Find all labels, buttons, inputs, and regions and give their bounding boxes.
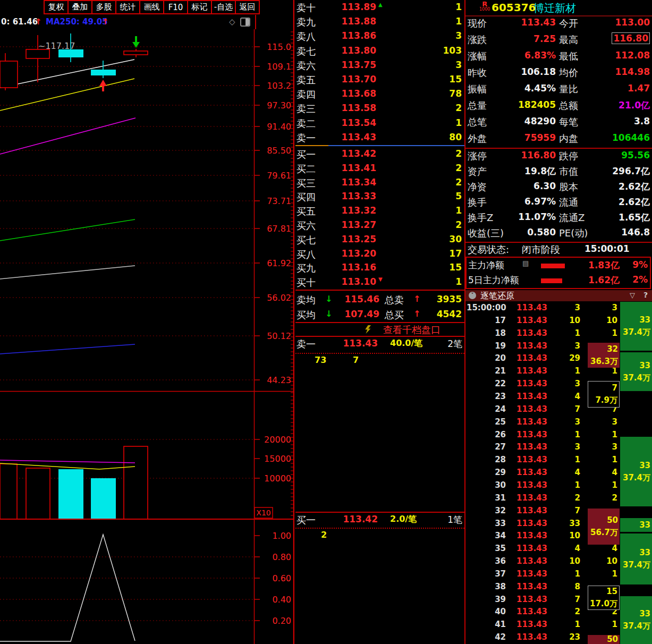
tick-row[interactable]: 17 113.43 10 10 [465, 315, 620, 327]
toolbar-button-0[interactable]: 复权 [44, 0, 69, 14]
ask-row[interactable]: 卖二 113.54 1 [295, 116, 464, 131]
toolbar-button-6[interactable]: 标记 [187, 0, 212, 14]
large-order-strip: 3337.4万 [620, 302, 652, 351]
ask-row[interactable]: 卖四 113.68 78 [295, 87, 464, 101]
bid-row[interactable]: 买三 113.34 2 [295, 176, 464, 190]
ma250-label: MA250: 49.05 [46, 17, 108, 27]
svg-text:50.12: 50.12 [267, 331, 291, 341]
chevron-circle-icon[interactable]: ˅ [469, 292, 476, 299]
quote-row: 资产 19.8亿 市值 296.7亿 [465, 165, 652, 180]
svg-text:0.80: 0.80 [272, 552, 291, 562]
bid-row[interactable]: 买五 113.32 1 [295, 204, 464, 218]
ma-left-label: 0: 61.46 [1, 17, 38, 27]
status-label: 交易状态: [468, 243, 509, 256]
ask-row[interactable]: 卖十 113.89▲ 1 [295, 1, 464, 15]
sell-avg-row: 卖均 ↓ 115.46 总卖 ↑ 3935 [295, 293, 464, 307]
toolbar-button-8[interactable]: 返回 [235, 0, 260, 14]
svg-text:115.0: 115.0 [267, 42, 291, 52]
svg-text:67.81: 67.81 [267, 224, 291, 234]
quote-stats-primary: 现价 113.43 今开 113.00 涨跌 7.25 最高 116.80 涨幅… [465, 16, 652, 148]
svg-text:0.40: 0.40 [272, 595, 291, 605]
stock-header[interactable]: R 1000 605376 博迁新材 [465, 0, 652, 16]
ask-row[interactable]: 卖三 113.58 2 [295, 101, 464, 116]
tick-row[interactable]: 15:00:00 113.43 3 3 [465, 302, 620, 315]
bid-row[interactable]: 买四 113.33 5 [295, 190, 464, 204]
large-order-strip: 33 [620, 518, 652, 532]
quote-row: 总量 182405 总额 21.0亿 [465, 99, 652, 114]
svg-text:0.60: 0.60 [272, 573, 291, 583]
top-toolbar: 复权叠加多股统计画线F10标记-自选返回 [44, 0, 260, 14]
main-force-net-flow[interactable]: 主力净额 ▤ 1.83亿 9% 5日主力净额 1.62亿 2% [465, 257, 651, 289]
ask-row[interactable]: 卖七 113.80 103 [295, 44, 464, 58]
ask1-detail[interactable]: 卖一 113.43 40.0/笔 2笔 [295, 337, 464, 352]
up-arrow-icon: ↑ [102, 17, 109, 27]
bid-row[interactable]: 买二 113.41 2 [295, 162, 464, 176]
bid-row[interactable]: 买十 113.10▼ 1 [295, 275, 464, 290]
view-depth-label: 查看千档盘口 [383, 324, 441, 336]
ask-row[interactable]: 卖八 113.86 3 [295, 29, 464, 44]
tick-row[interactable]: 36 113.43 10 10 [465, 555, 620, 568]
ask-row[interactable]: 卖五 113.70 15 [295, 73, 464, 87]
view-depth-link[interactable]: 查看千档盘口 [295, 323, 464, 336]
help-icon[interactable]: ? [643, 291, 648, 299]
divider [465, 242, 652, 243]
net-flow-bar [541, 264, 565, 268]
bid-row[interactable]: 买九 113.16 15 [295, 261, 464, 275]
down-arrow-icon: ↓ [325, 294, 332, 304]
svg-text:97.30: 97.30 [267, 100, 291, 111]
net-flow-row: 主力净额 ▤ 1.83亿 9% [467, 258, 650, 273]
tick-row[interactable]: 30 113.43 1 1 [465, 479, 620, 492]
quote-row: 换手 6.97% 流通 2.62亿 [465, 196, 652, 211]
toolbar-button-1[interactable]: 叠加 [67, 0, 92, 14]
tick-row[interactable]: 26 113.43 1 1 [465, 429, 620, 442]
tick-row[interactable]: 29 113.43 4 4 [465, 467, 620, 479]
divider [295, 290, 464, 291]
list-icon[interactable]: ▤ [522, 259, 529, 267]
svg-text:~117.17: ~117.17 [38, 41, 75, 51]
tick-list-header[interactable]: ˅ 逐笔还原 ▽ ? [465, 290, 652, 301]
toolbar-button-5[interactable]: F10 [163, 0, 188, 14]
tick-row[interactable]: 31 113.43 2 2 [465, 492, 620, 505]
quote-row: 涨跌 7.25 最高 116.80 [465, 33, 652, 48]
svg-text:X10: X10 [256, 509, 270, 517]
tick-row[interactable]: 27 113.43 3 3 [465, 441, 620, 454]
bid1-detail[interactable]: 买一 113.42 2.0/笔 1笔 [295, 513, 464, 528]
bid-row[interactable]: 买一 113.42 2 [295, 147, 464, 162]
r1000-badge-icon: R 1000 [479, 1, 490, 12]
ask-row[interactable]: 卖六 113.75 3 [295, 58, 464, 73]
large-order-strip: 3337.4万 [620, 596, 652, 644]
net-flow-bar [541, 278, 562, 283]
quote-panel: R 1000 605376 博迁新材 现价 113.43 今开 113.00 涨… [465, 0, 652, 644]
split-view-icon[interactable] [240, 18, 250, 27]
tick-row[interactable]: 25 113.43 3 3 [465, 416, 620, 429]
tick-row[interactable]: 18 113.43 1 1 [465, 327, 620, 340]
diamond-icon[interactable]: ◇ [229, 17, 235, 27]
ask-row[interactable]: 卖九 113.88 1 [295, 15, 464, 29]
bid-row[interactable]: 买七 113.25 30 [295, 233, 464, 247]
tick-row[interactable]: 41 113.43 1 1 [465, 618, 620, 631]
toolbar-button-7[interactable]: -自选 [211, 0, 236, 14]
aggregated-cell-boxed: 1517.0万 [588, 586, 620, 610]
bid-row[interactable]: 买六 113.27 2 [295, 218, 464, 233]
toolbar-button-3[interactable]: 统计 [115, 0, 140, 14]
svg-text:10000: 10000 [264, 473, 291, 484]
toolbar-button-4[interactable]: 画线 [139, 0, 164, 14]
bid-row[interactable]: 买八 113.20 17 [295, 247, 464, 261]
kline-volume-indicator-chart[interactable]: 115.0109.1103.297.3091.4085.5079.6173.71… [0, 0, 294, 644]
filter-icon[interactable]: ▽ [630, 291, 635, 299]
ask-row[interactable]: 卖一 113.43 80 [295, 131, 464, 145]
svg-text:15000: 15000 [264, 454, 291, 464]
queue-lot: 73 [315, 355, 326, 365]
ma-legend-row: 0: 61.46 ↑ MA250: 49.05 ↑ ◇ [0, 15, 254, 29]
tick-row[interactable]: 37 113.43 1 1 [465, 568, 620, 581]
buy-avg-row: 买均 ↓ 107.49 总买 ↑ 4542 [295, 308, 464, 322]
aggregated-cell-dark: 3236.3万 [588, 343, 620, 368]
toolbar-button-2[interactable]: 多股 [91, 0, 116, 14]
quote-row: 振幅 4.45% 量比 1.47 [465, 83, 652, 98]
stock-code: 605376 [492, 1, 536, 14]
divider [255, 15, 256, 29]
aggregated-cell-dark: 50 [588, 635, 620, 644]
tick-row[interactable]: 28 113.43 1 1 [465, 454, 620, 467]
quote-row: 昨收 106.18 均价 114.98 [465, 66, 652, 81]
large-order-strip: 3337.4万 [620, 533, 652, 584]
